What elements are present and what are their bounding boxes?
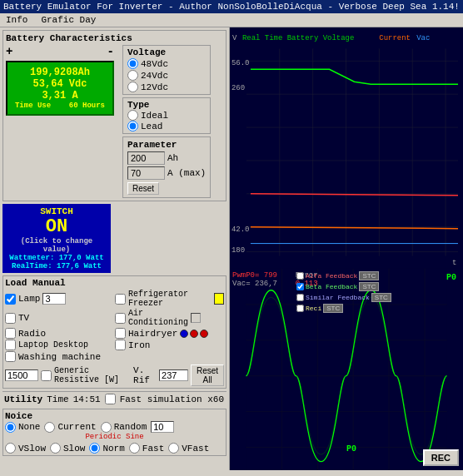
load-ac-label: AirConditioning [128, 309, 188, 327]
fast-sim-checkbox[interactable] [105, 394, 116, 404]
alfa-feedback-row: Alfa Feedback STC [296, 271, 391, 280]
resistive-checkbox[interactable] [41, 370, 52, 381]
noice-random-value[interactable] [151, 421, 174, 433]
resistive-label: Generic Resistive [W] [54, 366, 128, 384]
v-rif-input[interactable] [159, 369, 188, 381]
menu-info[interactable]: Info [3, 14, 30, 26]
alfa-stc-btn[interactable]: STC [359, 271, 379, 280]
load-radio-checkbox[interactable] [5, 328, 16, 339]
speed-norm-label: Norm [102, 444, 124, 454]
periodic-label: Periodic Sine [5, 433, 224, 441]
voltage-48[interactable] [127, 58, 138, 69]
load-item-lamp: Lamp [5, 290, 114, 308]
utility-title: Utility [4, 394, 42, 404]
noice-random[interactable] [101, 422, 112, 433]
voltage-24[interactable] [127, 70, 138, 81]
resistive-value-input[interactable] [5, 369, 38, 381]
battery-display: 199,9208Ah 53,64 Vdc 3,31 A Time Use 60 … [6, 61, 114, 116]
battery-title: Battery Characteristics [6, 33, 223, 43]
utility-time-label: Time [47, 394, 68, 404]
load-washing-checkbox[interactable] [5, 351, 16, 362]
param-reset-button[interactable]: Reset [127, 182, 159, 195]
fridge-color-indicator [214, 293, 224, 305]
battery-plus: + [6, 45, 12, 58]
battery-ah: 199,9208Ah [12, 67, 108, 78]
fast-sim-label: Fast simulation x60 [120, 394, 224, 404]
switch-box[interactable]: SWITCH ON (Click to change value) Wattme… [2, 204, 111, 273]
svg-text:Real Time Battery Voltage: Real Time Battery Voltage [242, 34, 354, 42]
load-item-tv: TV [5, 309, 114, 327]
window-title: Battery Emulator For Inverter - Author N… [3, 2, 460, 12]
reci-feedback-checkbox[interactable] [296, 305, 304, 312]
reset-all-button[interactable]: Reset All [191, 364, 224, 386]
noice-current[interactable] [44, 422, 55, 433]
load-item-washing: Washing machine [5, 351, 224, 362]
load-hairdryer-checkbox[interactable] [115, 328, 126, 339]
load-lamp-label: Lamp [18, 294, 40, 304]
reci-stc-btn[interactable]: STC [323, 304, 343, 313]
load-lamp-value[interactable] [42, 293, 66, 305]
voltage-24-label: 24Vdc [141, 71, 168, 81]
menu-grafic-day[interactable]: Grafic Day [38, 14, 98, 26]
vac-label: Vac= [232, 280, 255, 288]
beta-stc-btn[interactable]: STC [359, 282, 379, 291]
pwm-value: 799 [264, 271, 277, 280]
load-hairdryer-label: Hairdryer [128, 329, 177, 339]
type-lead-label: Lead [141, 121, 162, 131]
type-lead[interactable] [127, 121, 138, 131]
noice-random-label: Random [114, 422, 147, 432]
battery-vdc: 53,64 Vdc [12, 78, 108, 90]
alfa-feedback-checkbox[interactable] [296, 272, 304, 280]
type-ideal[interactable] [127, 110, 138, 121]
reci-feedback-row: Reci STC [296, 304, 391, 313]
load-tv-checkbox[interactable] [5, 313, 16, 324]
similar-feedback-checkbox[interactable] [296, 294, 304, 301]
load-item-laptop: Laptop Desktop [5, 340, 114, 350]
beta-feedback-checkbox[interactable] [296, 283, 304, 290]
scope-bottom: PwmP0= 799 Error Vac= 236,7 0,113 Alfa F… [230, 269, 463, 470]
type-ideal-label: Ideal [141, 111, 168, 121]
load-iron-checkbox[interactable] [115, 340, 126, 350]
load-item-hairdryer: Hairdryer [115, 328, 224, 339]
svg-text:Current: Current [379, 34, 411, 42]
voltage-48-label: 48Vdc [141, 59, 168, 69]
wattmeter-value: 177,0 Watt [59, 254, 104, 262]
noice-none[interactable] [5, 422, 16, 433]
svg-text:56.0: 56.0 [232, 59, 250, 67]
speed-slow[interactable] [50, 443, 61, 454]
speed-vfast[interactable] [168, 443, 179, 454]
voltage-12-label: 12Vdc [141, 82, 168, 92]
param-ah-input[interactable] [127, 151, 165, 165]
p0-bottom-label: P0 [346, 444, 356, 454]
v-rif-label: V. Rif [133, 365, 157, 385]
load-fridge-checkbox[interactable] [115, 294, 126, 305]
speed-vslow[interactable] [5, 443, 16, 454]
svg-text:Vac: Vac [416, 34, 430, 42]
battery-time-label: Time Use [15, 102, 51, 110]
param-ah-unit: Ah [167, 153, 178, 163]
similar-feedback-label: Similar Feedback [306, 294, 370, 301]
load-laptop-checkbox[interactable] [5, 340, 16, 350]
svg-text:42.0: 42.0 [232, 226, 250, 234]
svg-text:260: 260 [232, 84, 245, 92]
param-amp-input[interactable] [127, 166, 165, 180]
ac-indicator [191, 313, 201, 323]
speed-fast[interactable] [129, 443, 140, 454]
svg-rect-0 [230, 28, 463, 269]
load-ac-checkbox[interactable] [115, 313, 126, 324]
battery-minus: - [107, 45, 114, 58]
realtime-label: RealTime: [12, 262, 52, 270]
beta-feedback-label: Beta Feedback [306, 283, 357, 290]
param-title: Parameter [127, 140, 206, 150]
pwm-label: PwmP0= [232, 271, 264, 280]
noice-title: Noice [5, 411, 224, 421]
load-lamp-checkbox[interactable] [5, 294, 16, 305]
voltage-12[interactable] [127, 82, 138, 92]
type-title: Type [127, 100, 206, 110]
rec-button[interactable]: REC [423, 449, 459, 466]
speed-norm[interactable] [89, 443, 100, 454]
load-fridge-label: Refrigerator Freezer [128, 290, 212, 308]
speed-slow-label: Slow [63, 444, 85, 454]
load-radio-label: Radio [18, 329, 46, 339]
similar-stc-btn[interactable]: STC [371, 293, 391, 302]
